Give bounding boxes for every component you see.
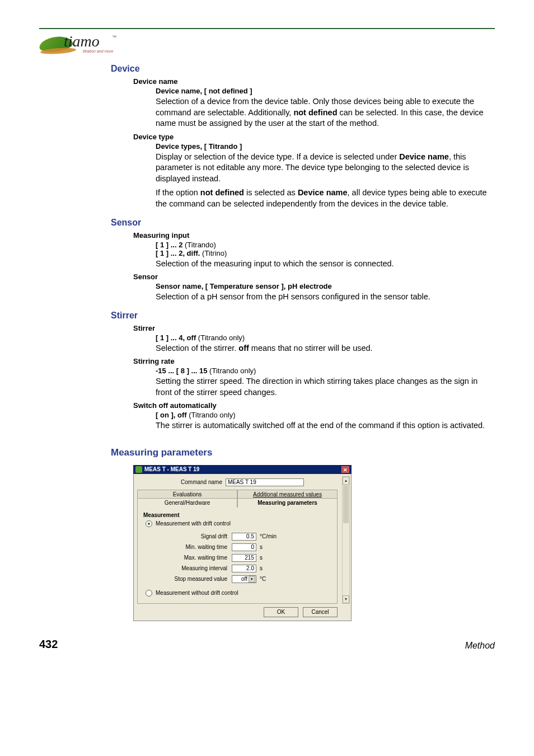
scroll-down-icon[interactable]: ▾ — [343, 595, 349, 603]
dialog-title: MEAS T - MEAS T 19 — [144, 466, 199, 472]
text: (Titrando only) — [207, 367, 256, 375]
sensor-title: Sensor — [133, 273, 495, 281]
page-footer: 432 Method — [39, 638, 495, 651]
stirring-rate-value: -15 ... [ 8 ] ... 15 (Titrando only) — [156, 367, 495, 375]
interval-label: Measuring interval — [143, 565, 232, 571]
autooff-title: Switch off automatically — [133, 401, 495, 410]
command-name-label: Command name — [181, 479, 222, 485]
radio-icon[interactable] — [146, 590, 152, 597]
text: (Titrino) — [200, 249, 227, 257]
tab-panel: Measurement Measurement with drift contr… — [137, 507, 338, 604]
dialog-body: ▴ ▾ Command name Evaluations Additional … — [133, 474, 352, 621]
text: (Titrando) — [182, 241, 216, 249]
bold: [ 1 ] ... 4, off — [156, 334, 196, 342]
app-icon — [135, 466, 142, 473]
text: is selected as — [244, 188, 298, 197]
text: means that no stirrer will be used. — [249, 344, 373, 353]
section-sensor-heading: Sensor — [111, 218, 495, 228]
radio-without-drift[interactable]: Measurement without drift control — [146, 590, 331, 597]
max-wait-unit: s — [260, 555, 263, 561]
stop-label: Stop measured value — [143, 576, 232, 582]
bold: [ 1 ] ... 2 — [156, 241, 182, 249]
sensor-body: Selection of a pH sensor from the pH sen… — [156, 292, 495, 303]
group-measurement-label: Measurement — [143, 512, 331, 518]
interval-unit: s — [260, 565, 263, 571]
scrollbar[interactable]: ▴ ▾ — [342, 476, 350, 604]
bold: -15 ... [ 8 ] ... 15 — [156, 367, 207, 375]
signal-drift-label: Signal drift — [143, 533, 232, 539]
radio-label: Measurement with drift control — [156, 520, 231, 527]
footer-section: Method — [465, 641, 495, 651]
device-name-body: Selection of a device from the device ta… — [156, 96, 495, 129]
autooff-value: [ on ], off (Titrando only) — [156, 411, 495, 419]
dialog-titlebar: MEAS T - MEAS T 19 ✕ — [133, 465, 352, 474]
measuring-input-value-1: [ 1 ] ... 2 (Titrando) — [156, 241, 495, 249]
max-wait-label: Max. waiting time — [143, 555, 232, 561]
chevron-down-icon[interactable]: ▾ — [249, 576, 255, 583]
stop-select-value: off — [241, 576, 247, 582]
ok-button[interactable]: OK — [264, 607, 298, 617]
bold: not defined — [200, 188, 244, 197]
tab-general-hardware[interactable]: General/Hardware — [137, 498, 237, 508]
autooff-body: The stirrer is automatically switched of… — [156, 420, 495, 431]
command-name-input[interactable] — [226, 478, 304, 486]
text: If the option — [156, 188, 200, 197]
text: (Titrando only) — [196, 334, 245, 342]
sensor-value: Sensor name, [ Temperature sensor ], pH … — [156, 282, 495, 290]
bold: off — [238, 344, 249, 353]
scroll-gap — [343, 524, 349, 595]
device-type-value: Device types, [ Titrando ] — [156, 142, 495, 151]
radio-with-drift[interactable]: Measurement with drift control — [146, 520, 331, 527]
radio-icon[interactable] — [146, 520, 152, 527]
stirring-rate-title: Stirring rate — [133, 357, 495, 365]
logo-text: tiamo — [64, 32, 100, 50]
interval-input[interactable] — [232, 565, 256, 572]
device-name-value: Device name, [ not defined ] — [156, 87, 495, 95]
brand-logo: tiamo ™ titration and more — [39, 32, 118, 56]
stirrer-value: [ 1 ] ... 4, off (Titrando only) — [156, 334, 495, 342]
close-icon[interactable]: ✕ — [341, 466, 349, 473]
bold: not defined — [293, 108, 337, 117]
stirrer-body: Selection of the stirrer. off means that… — [156, 343, 495, 354]
header-rule — [39, 28, 495, 29]
section-measparam-heading: Measuring parameters — [111, 447, 495, 458]
measuring-input-title: Measuring input — [133, 231, 495, 240]
measuring-input-body: Selection of the measuring input to whic… — [156, 259, 495, 270]
text: (Titrando only) — [187, 411, 236, 419]
logo-trademark: ™ — [112, 35, 116, 40]
logo-tagline: titration and more — [83, 49, 113, 53]
min-wait-label: Min. waiting time — [143, 544, 232, 550]
text: Display or selection of the device type.… — [156, 152, 399, 161]
scroll-up-icon[interactable]: ▴ — [343, 477, 349, 485]
stop-select[interactable]: off ▾ — [232, 575, 256, 583]
tab-measuring-parameters[interactable]: Measuring parameters — [237, 498, 338, 508]
dialog-screenshot: MEAS T - MEAS T 19 ✕ ▴ ▾ Command name Ev… — [133, 465, 352, 621]
max-wait-input[interactable] — [232, 554, 256, 562]
device-type-title: Device type — [133, 133, 495, 141]
section-stirrer-heading: Stirrer — [111, 311, 495, 321]
bold: Device name — [399, 152, 449, 161]
stirring-rate-body: Setting the stirrer speed. The direction… — [156, 376, 495, 398]
min-wait-input[interactable] — [232, 543, 256, 551]
tab-additional-measured-values[interactable]: Additional measured values — [237, 490, 338, 499]
bold: Device name — [298, 188, 348, 197]
device-name-title: Device name — [133, 77, 495, 86]
measuring-input-value-2: [ 1 ] ... 2, diff. (Titrino) — [156, 249, 495, 257]
page-number: 432 — [39, 638, 58, 651]
bold: [ 1 ] ... 2, diff. — [156, 249, 200, 257]
tab-evaluations[interactable]: Evaluations — [137, 490, 237, 499]
cancel-button[interactable]: Cancel — [303, 607, 338, 617]
radio-label: Measurement without drift control — [156, 590, 238, 596]
signal-drift-input[interactable] — [232, 533, 256, 541]
scroll-thumb[interactable] — [343, 485, 349, 524]
device-type-body-b: If the option not defined is selected as… — [156, 187, 495, 209]
section-device-heading: Device — [111, 64, 495, 74]
min-wait-unit: s — [260, 544, 263, 550]
bold: [ on ], off — [156, 411, 187, 419]
text: Selection of the stirrer. — [156, 344, 238, 353]
stop-unit: °C — [260, 576, 266, 582]
logo-row: tiamo ™ titration and more — [39, 32, 495, 56]
stirrer-title: Stirrer — [133, 324, 495, 332]
signal-drift-unit: °C/min — [260, 533, 277, 539]
device-type-body-a: Display or selection of the device type.… — [156, 152, 495, 185]
